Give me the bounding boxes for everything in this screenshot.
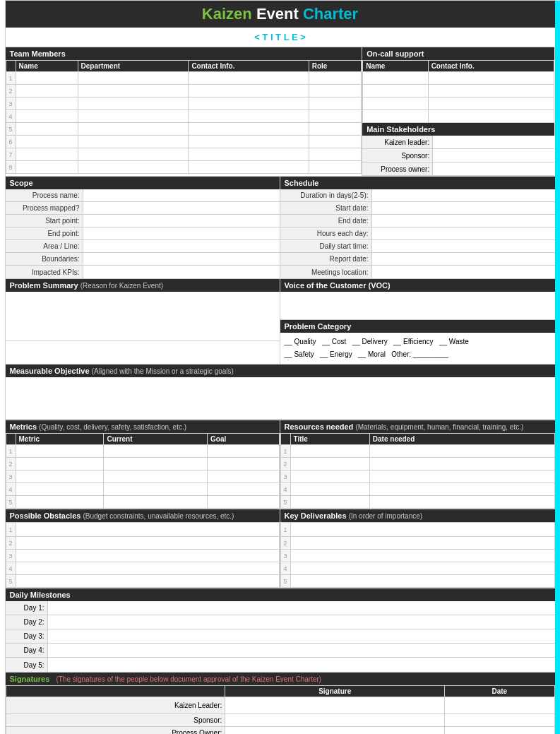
stakeholders-header: Main Stakeholders [362,123,554,136]
subtitle-text: < T I T L E > [254,32,306,42]
voc-content [280,292,555,320]
signatures-table: Signature Date Kaizen Leader: Sponsor: P… [6,685,555,734]
table-row: 5 [6,123,362,136]
table-row: 2 [280,458,554,470]
signatures-header: Signatures (The signatures of the people… [6,673,555,685]
cat-safety: __ Safety [285,350,314,358]
problem-voc-section: Problem Summary (Reason for Kaizen Event… [6,279,555,365]
table-row [363,72,554,85]
problem-summary-header: Problem Summary (Reason for Kaizen Event… [6,279,280,292]
stakeholder-sponsor: Sponsor: [362,149,554,162]
milestones-section: Daily Milestones Day 1: Day 2: Day 3: Da… [6,588,555,673]
obstacles-panel: Possible Obstacles (Budget constraints, … [6,509,280,588]
deliverables-table: 1 2 3 4 5 [280,522,555,588]
kaizen-charter-page: Kaizen Event Charter < T I T L E > Team … [5,0,556,734]
cat-cost: __ Cost [322,338,346,345]
table-row: 5 [280,496,554,509]
cat-waste: __ Waste [439,338,469,345]
problem-category-content: __ Quality __ Cost __ Delivery __ Effici… [280,333,555,364]
obstacles-deliverables-section: Possible Obstacles (Budget constraints, … [6,509,555,588]
stakeholder-kaizen-leader: Kaizen leader: [362,136,554,149]
resources-header: Resources needed (Materials, equipment, … [280,420,555,433]
team-members-table: Name Department Contact Info. Role 1 2 3… [6,60,362,174]
oncall-stakeholders-panel: On-call support Name Contact Info. [362,47,554,176]
signatures-section: Signatures (The signatures of the people… [6,673,555,734]
table-row: 1 [6,445,279,458]
cat-other: Other: _________ [391,350,448,358]
scope-process-mapped: Process mapped? [6,202,280,215]
deliverables-panel: Key Deliverables (In order of importance… [280,509,555,588]
table-row [363,110,554,123]
measurable-objective-section: Measurable Objective (Aligned with the M… [6,365,555,420]
resources-table: Title Date needed 1 2 3 4 5 [280,433,555,509]
table-row [363,85,554,97]
sig-row-sponsor: Sponsor: [6,714,554,727]
measurable-objective-header: Measurable Objective (Aligned with the M… [6,365,555,377]
metrics-col-metric: Metric [16,434,104,445]
stakeholder-process-owner: Process owner: [362,162,554,176]
table-row: 5 [280,575,554,588]
table-row: 5 [6,575,279,588]
table-row: 1 [6,72,362,85]
milestone-day2: Day 2: [6,615,555,629]
milestone-day3: Day 3: [6,629,555,644]
sched-start-date: Start date: [280,202,555,215]
schedule-header: Schedule [280,177,555,189]
table-row: 2 [6,458,279,470]
table-row: 1 [280,523,554,537]
sig-row-leader: Kaizen Leader: [6,697,554,714]
obstacles-header: Possible Obstacles (Budget constraints, … [6,509,280,522]
metrics-table: Metric Current Goal 1 2 3 4 5 [6,433,280,509]
oncall-col-contact: Contact Info. [428,61,554,72]
main-title-bar: Kaizen Event Charter [6,1,555,28]
metrics-col-current: Current [104,434,208,445]
table-row: 3 [6,470,279,483]
table-row: 4 [6,110,362,123]
problem-summary-panel: Problem Summary (Reason for Kaizen Event… [6,279,280,364]
metrics-header: Metrics (Quality, cost, delivery, safety… [6,420,280,433]
scope-end-point: End point: [6,227,280,240]
scope-boundaries: Boundaries: [6,253,280,266]
team-members-header: Team Members [6,47,362,60]
sig-row-process-owner: Process Owner: [6,727,554,735]
table-row: 2 [6,85,362,97]
sched-duration: Duration in days(2-5): [280,189,555,202]
table-row: 1 [280,445,554,458]
scope-schedule-section: Scope Process name: Process mapped? Star… [6,177,555,279]
metrics-panel: Metrics (Quality, cost, delivery, safety… [6,420,280,509]
table-row: 8 [6,161,362,174]
title-kaizen: Kaizen [202,5,252,23]
schedule-panel: Schedule Duration in days(2-5): Start da… [280,177,555,278]
scope-header: Scope [6,177,280,189]
table-row: 1 [6,523,279,537]
table-row: 5 [6,496,279,509]
cat-delivery: __ Delivery [352,338,388,345]
table-row: 7 [6,148,362,161]
problem-summary-content [6,292,280,341]
table-row [363,97,554,110]
sig-col-signature: Signature [225,686,445,697]
table-row: 4 [280,483,554,496]
resources-col-title: Title [290,434,369,445]
stakeholders-fields: Kaizen leader: Sponsor: Process owner: [362,136,554,176]
table-row: 4 [6,483,279,496]
oncall-table: Name Contact Info. [362,60,554,123]
oncall-header: On-call support [362,47,554,60]
milestone-day1: Day 1: [6,601,555,615]
title-event: Event [252,5,303,23]
team-members-panel: Team Members Name Department Contact Inf… [6,47,363,176]
table-row: 2 [280,537,554,550]
table-row: 4 [280,562,554,575]
metrics-resources-section: Metrics (Quality, cost, delivery, safety… [6,420,555,509]
title-charter: Charter [303,5,358,23]
scope-panel: Scope Process name: Process mapped? Star… [6,177,280,278]
scope-process-name: Process name: [6,189,280,202]
sig-col-date: Date [445,686,554,697]
table-row: 2 [6,537,279,550]
sched-meetings-location: Meetings location: [280,266,555,278]
milestone-day5: Day 5: [6,658,555,672]
table-row: 6 [6,136,362,148]
table-row: 3 [6,97,362,110]
cat-efficiency: __ Efficiency [393,338,434,345]
obstacles-table: 1 2 3 4 5 [6,522,280,588]
